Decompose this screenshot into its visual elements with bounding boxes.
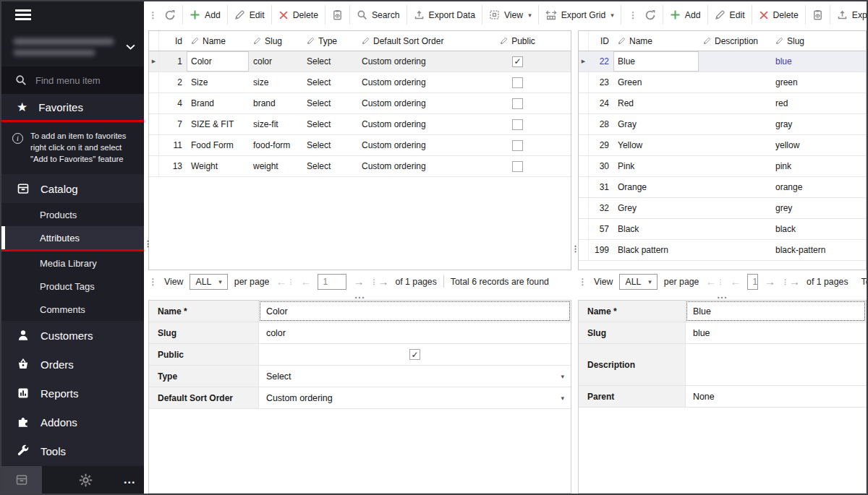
cell-description[interactable] — [699, 177, 771, 197]
checkbox[interactable] — [512, 161, 523, 172]
grid-row[interactable]: ▶1ColorcolorSelectCustom ordering✓ — [149, 51, 571, 72]
first-page-button[interactable]: ←⋮ — [705, 275, 723, 288]
panel-splitter[interactable]: ⋮ — [571, 28, 578, 494]
pager-grip[interactable]: ⋮ — [148, 277, 158, 287]
sidebar-item-tools[interactable]: Tools — [1, 436, 144, 465]
cell-id[interactable]: 24 — [589, 93, 613, 113]
cell-sort_order[interactable]: Custom ordering — [357, 72, 464, 92]
first-page-button[interactable]: ←⋮ — [276, 275, 294, 288]
cell-slug[interactable]: green — [771, 72, 866, 92]
sidebar-item-attributes[interactable]: Attributes — [1, 226, 144, 249]
slug-field[interactable]: blue — [686, 322, 866, 343]
form-splitter[interactable]: ... — [578, 293, 867, 300]
cell-name[interactable]: Gray — [613, 114, 699, 134]
cell-id[interactable]: 30 — [589, 156, 613, 176]
sidebar-item-addons[interactable]: Addons — [1, 408, 144, 436]
cell-description[interactable] — [699, 135, 771, 155]
hamburger-menu-icon[interactable] — [15, 7, 31, 22]
grid-row[interactable]: 30Pinkpink — [579, 156, 866, 177]
cell-id[interactable]: 31 — [589, 177, 613, 197]
cell-type[interactable]: Select — [302, 93, 357, 113]
toolbar-grip[interactable]: ⋮ — [629, 10, 638, 20]
cell-slug[interactable]: pink — [771, 156, 866, 176]
cell-description[interactable] — [699, 156, 771, 176]
page-number-input[interactable]: 1 — [747, 274, 758, 290]
cell-id[interactable]: 4 — [159, 93, 187, 113]
export-grid-button[interactable]: Export Grid▾ — [538, 5, 621, 25]
cell-type[interactable]: Select — [302, 51, 357, 72]
cell-id[interactable]: 13 — [159, 156, 187, 176]
cell-id[interactable]: 32 — [589, 198, 613, 218]
cell-name[interactable]: Black pattern — [613, 240, 699, 260]
page-size-select[interactable]: ALL▾ — [619, 274, 657, 290]
cell-name[interactable]: Food Form — [187, 135, 249, 155]
sidebar-item-product-tags[interactable]: Product Tags — [1, 275, 144, 298]
sidebar-item-favorites[interactable]: ★ Favorites — [1, 94, 144, 120]
grid-row[interactable]: 13WeightweightSelectCustom ordering — [149, 156, 571, 177]
column-header-slug[interactable]: Slug — [771, 31, 866, 51]
cell-name[interactable]: Green — [613, 72, 699, 92]
bottom-catalog-button[interactable] — [1, 466, 42, 494]
cell-id[interactable]: 57 — [589, 219, 613, 239]
grid-row[interactable]: 23Greengreen — [579, 72, 866, 93]
bottom-more-button[interactable]: ... — [103, 466, 144, 494]
cell-description[interactable] — [699, 93, 771, 113]
page-size-select[interactable]: ALL▾ — [190, 274, 227, 290]
grid-row[interactable]: 24Redred — [579, 93, 866, 114]
form-splitter[interactable]: ... — [148, 293, 571, 300]
cell-sort_order[interactable]: Custom ordering — [357, 135, 464, 155]
export-data-button[interactable]: Export Data — [407, 5, 482, 25]
cell-description[interactable] — [699, 198, 771, 218]
checkbox-checked[interactable]: ✓ — [409, 349, 420, 360]
checkbox-checked[interactable]: ✓ — [512, 56, 523, 67]
column-header-id[interactable]: Id — [159, 31, 187, 51]
checkbox[interactable] — [512, 119, 523, 130]
cell-type[interactable]: Select — [302, 135, 357, 155]
cell-name[interactable]: Weight — [187, 156, 249, 176]
toolbar-grip[interactable]: ⋮ — [148, 10, 158, 20]
sidebar-item-comments[interactable]: Comments — [1, 298, 144, 321]
cell-name[interactable]: Orange — [613, 177, 699, 197]
cell-sort_order[interactable]: Custom ordering — [357, 156, 464, 176]
prev-page-button[interactable]: ← — [300, 275, 311, 288]
column-header-name[interactable]: Name — [187, 31, 249, 51]
prev-page-button[interactable]: ← — [730, 275, 741, 288]
cell-slug[interactable]: grey — [771, 198, 866, 218]
name-field[interactable]: Blue — [686, 301, 866, 322]
account-selector[interactable] — [1, 27, 144, 66]
grid-row[interactable]: ▶22Blueblue — [579, 51, 866, 72]
cell-id[interactable]: 28 — [589, 114, 613, 134]
cell-name[interactable]: Black — [613, 219, 699, 239]
sidebar-item-reports[interactable]: Reports — [1, 379, 144, 408]
parent-field[interactable]: None — [686, 386, 866, 407]
grid-row[interactable]: 4BrandbrandSelectCustom ordering — [149, 93, 571, 114]
cell-slug[interactable]: black-pattern — [771, 240, 866, 260]
column-chooser-button[interactable] — [805, 5, 830, 25]
cell-id[interactable]: 29 — [589, 135, 613, 155]
description-field[interactable] — [686, 344, 866, 385]
pager-grip[interactable]: ⋮ — [578, 277, 587, 287]
menu-search-input[interactable]: Find menu item — [1, 66, 144, 94]
view-button[interactable]: View▾ — [482, 5, 538, 25]
grid-row[interactable]: 57Blackblack — [579, 219, 866, 240]
cell-id[interactable]: 22 — [589, 51, 613, 72]
cell-sort_order[interactable]: Custom ordering — [357, 93, 464, 113]
column-header-name[interactable]: Name — [613, 31, 699, 51]
cell-name[interactable]: Pink — [613, 156, 699, 176]
cell-slug[interactable]: red — [771, 93, 866, 113]
search-button[interactable]: Search — [349, 5, 407, 25]
cell-slug[interactable]: yellow — [771, 135, 866, 155]
cell-slug[interactable]: weight — [249, 156, 302, 176]
cell-slug[interactable]: gray — [771, 114, 866, 134]
cell-id[interactable]: 7 — [159, 114, 187, 134]
checkbox[interactable] — [512, 140, 523, 151]
sidebar-item-orders[interactable]: Orders — [1, 350, 144, 379]
cell-id[interactable]: 2 — [159, 72, 187, 92]
cell-slug[interactable]: color — [249, 51, 302, 72]
cell-sort_order[interactable]: Custom ordering — [357, 114, 464, 134]
cell-description[interactable] — [699, 219, 771, 239]
type-dropdown[interactable]: Select▾ — [259, 366, 571, 387]
export-data-button[interactable]: Export Data — [830, 5, 867, 25]
cell-name[interactable]: Grey — [613, 198, 699, 218]
refresh-button[interactable] — [638, 5, 663, 25]
